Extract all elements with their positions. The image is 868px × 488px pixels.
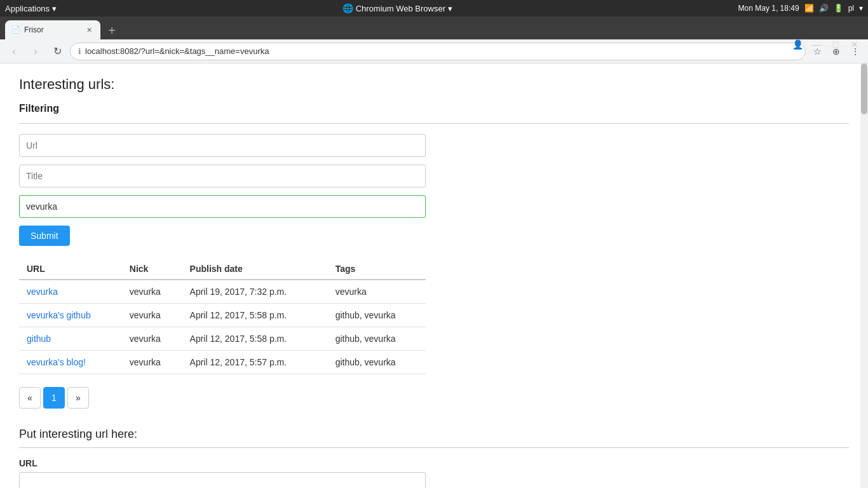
minimize-button[interactable]: — — [808, 37, 825, 51]
page-main-title: Interesting urls: — [19, 76, 849, 93]
url-link[interactable]: github — [27, 334, 51, 344]
cell-nick: vevurka — [122, 304, 182, 327]
next-page-button[interactable]: » — [67, 387, 89, 409]
tab-favicon: 📄 — [11, 25, 20, 34]
scrollbar-thumb[interactable] — [861, 64, 867, 114]
browser-label: Chromium Web Browser — [356, 4, 445, 13]
tags-filter-input[interactable] — [19, 195, 426, 218]
tab-close-button[interactable]: ✕ — [84, 25, 94, 35]
forward-button[interactable]: › — [27, 43, 44, 60]
browser-dropdown-arrow: ▾ — [448, 4, 452, 13]
col-publish-date: Publish date — [182, 259, 328, 280]
put-url-input[interactable] — [19, 472, 426, 488]
put-url-title: Put interesting url here: — [19, 428, 849, 441]
page-1-button[interactable]: 1 — [43, 387, 65, 409]
url-bar[interactable]: ℹ localhost:8082/?url=&nick=&tags__name=… — [70, 43, 806, 60]
table-row: vevurka's blog! vevurka April 12, 2017, … — [19, 351, 426, 374]
browser-win-controls: 👤 — □ ✕ — [789, 33, 868, 56]
url-link[interactable]: vevurka's blog! — [27, 357, 86, 367]
filter-form: Submit — [19, 134, 426, 259]
pagination: « 1 » — [19, 387, 849, 409]
locale-label: pl — [848, 4, 854, 13]
put-section-divider — [19, 447, 849, 448]
cell-nick: vevurka — [122, 351, 182, 374]
url-link[interactable]: vevurka's github — [27, 310, 91, 320]
results-table: URL Nick Publish date Tags vevurka vevur… — [19, 259, 426, 374]
profile-icon: 👤 — [789, 37, 806, 51]
battery-icon: 🔋 — [834, 4, 843, 13]
section-divider — [19, 123, 849, 124]
col-tags: Tags — [328, 259, 426, 280]
table-header: URL Nick Publish date Tags — [19, 259, 426, 280]
os-topbar-center: 🌐 Chromium Web Browser ▾ — [342, 3, 452, 13]
url-link[interactable]: vevurka — [27, 287, 58, 297]
scrollbar-track[interactable] — [860, 64, 868, 488]
cell-tags: github, vevurka — [328, 304, 426, 327]
locale-dropdown-arrow: ▾ — [859, 4, 863, 13]
applications-dropdown-arrow: ▾ — [52, 4, 57, 13]
table-header-row: URL Nick Publish date Tags — [19, 259, 426, 280]
address-bar: ‹ › ↻ ℹ localhost:8082/?url=&nick=&tags_… — [0, 39, 868, 64]
maximize-button[interactable]: □ — [827, 37, 844, 51]
browser-tab[interactable]: 📄 Frisor ✕ — [5, 20, 100, 39]
browser-icon: 🌐 — [342, 3, 353, 13]
url-lock-icon: ℹ — [78, 47, 81, 56]
os-topbar: Applications ▾ 🌐 Chromium Web Browser ▾ … — [0, 0, 868, 17]
url-text: localhost:8082/?url=&nick=&tags__name=ve… — [85, 46, 797, 56]
cell-tags: github, vevurka — [328, 351, 426, 374]
network-icon: 📶 — [804, 4, 814, 13]
applications-menu[interactable]: Applications — [5, 4, 50, 13]
reload-button[interactable]: ↻ — [48, 43, 66, 60]
volume-icon: 🔊 — [819, 4, 829, 13]
close-button[interactable]: ✕ — [846, 37, 863, 51]
cell-publish-date: April 12, 2017, 5:58 p.m. — [182, 327, 328, 351]
title-filter-input[interactable] — [19, 165, 426, 187]
cell-publish-date: April 12, 2017, 5:58 p.m. — [182, 304, 328, 327]
os-topbar-left: Applications ▾ — [5, 4, 57, 13]
submit-button[interactable]: Submit — [19, 226, 70, 246]
cell-nick: vevurka — [122, 280, 182, 304]
tab-bar-wrapper: 📄 Frisor ✕ + 👤 — □ ✕ — [0, 17, 868, 39]
url-field-label: URL — [19, 458, 849, 468]
prev-page-button[interactable]: « — [19, 387, 41, 409]
browser-chrome: 📄 Frisor ✕ + 👤 — □ ✕ ‹ › ↻ ℹ localhost:8… — [0, 17, 868, 64]
cell-url: vevurka's github — [19, 304, 122, 327]
cell-tags: vevurka — [328, 280, 426, 304]
cell-nick: vevurka — [122, 327, 182, 351]
table-row: vevurka vevurka April 19, 2017, 7:32 p.m… — [19, 280, 426, 304]
cell-url: vevurka — [19, 280, 122, 304]
table-body: vevurka vevurka April 19, 2017, 7:32 p.m… — [19, 280, 426, 374]
cell-tags: github, vevurka — [328, 327, 426, 351]
datetime-label: Mon May 1, 18:49 — [738, 4, 799, 13]
cell-url: vevurka's blog! — [19, 351, 122, 374]
table-row: vevurka's github vevurka April 12, 2017,… — [19, 304, 426, 327]
back-button[interactable]: ‹ — [5, 43, 23, 60]
new-tab-button[interactable]: + — [103, 22, 121, 39]
col-url: URL — [19, 259, 122, 280]
table-row: github vevurka April 12, 2017, 5:58 p.m.… — [19, 327, 426, 351]
col-nick: Nick — [122, 259, 182, 280]
tab-bar: 📄 Frisor ✕ + — [0, 17, 868, 39]
cell-publish-date: April 12, 2017, 5:57 p.m. — [182, 351, 328, 374]
os-topbar-right: Mon May 1, 18:49 📶 🔊 🔋 pl ▾ — [738, 4, 863, 13]
cell-publish-date: April 19, 2017, 7:32 p.m. — [182, 280, 328, 304]
url-filter-input[interactable] — [19, 134, 426, 157]
filtering-title: Filtering — [19, 103, 849, 114]
cell-url: github — [19, 327, 122, 351]
page-content: Interesting urls: Filtering Submit URL N… — [0, 64, 868, 488]
tab-title: Frisor — [24, 25, 80, 34]
